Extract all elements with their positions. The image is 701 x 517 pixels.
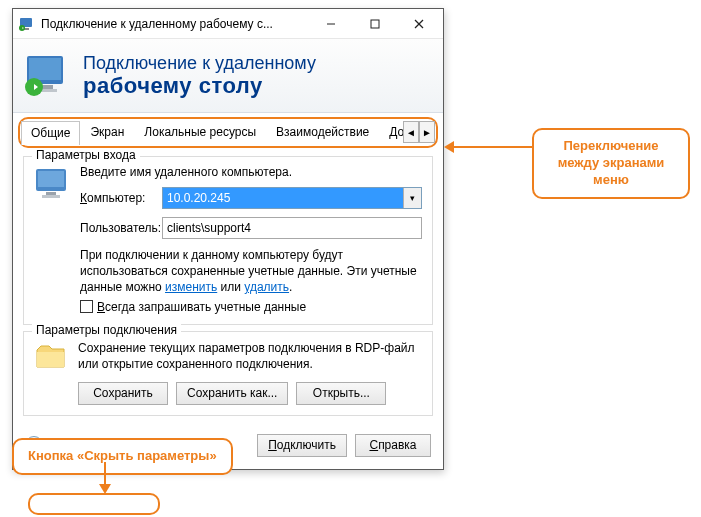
always-ask-label: Всегда запрашивать учетные данные [97,300,306,314]
always-ask-checkbox[interactable] [80,300,93,313]
hide-options-highlight [28,493,160,515]
connection-group: Параметры подключения Сохранение текущих… [23,331,433,416]
titlebar-buttons [309,10,441,38]
login-intro: Введите имя удаленного компьютера. [80,165,422,179]
connection-group-title: Параметры подключения [32,323,181,337]
svg-rect-14 [46,192,56,195]
header-text: Подключение к удаленному рабочему столу [83,53,316,99]
window-title: Подключение к удаленному рабочему с... [41,17,309,31]
monitor-icon [34,165,72,203]
minimize-button[interactable] [309,10,353,38]
arrow-tabs-head [444,141,454,153]
client-area: Параметры входа Введите имя удаленного к… [13,148,443,424]
help-button[interactable]: Справка [355,434,431,457]
header: Подключение к удаленному рабочему столу [13,39,443,113]
tab-scroll: ◄ ► [403,120,435,145]
callout-tabs-switch: Переключение между экранами меню [532,128,690,199]
save-as-button[interactable]: Сохранить как... [176,382,288,405]
tab-experience[interactable]: Взаимодействие [266,120,379,145]
user-label: Пользователь: [80,221,162,235]
computer-dropdown-icon[interactable]: ▾ [403,188,421,208]
maximize-button[interactable] [353,10,397,38]
credentials-note: При подключении к данному компьютеру буд… [80,247,422,296]
tab-scroll-right[interactable]: ► [419,121,435,143]
tab-display[interactable]: Экран [80,120,134,145]
connection-desc: Сохранение текущих параметров подключени… [78,340,422,372]
rdp-header-icon [23,52,71,100]
login-group-title: Параметры входа [32,148,140,162]
svg-rect-8 [29,58,61,80]
computer-input[interactable] [163,188,403,208]
callout-hide-button: Кнопка «Скрыть параметры» [12,438,233,475]
connect-button[interactable]: Подключить [257,434,347,457]
close-button[interactable] [397,10,441,38]
titlebar: Подключение к удаленному рабочему с... [13,9,443,39]
delete-credentials-link[interactable]: удалить [244,280,289,294]
svg-point-2 [19,25,25,31]
header-line1: Подключение к удаленному [83,53,316,74]
svg-rect-15 [42,195,60,198]
open-button[interactable]: Открыть... [296,382,386,405]
computer-combo[interactable]: ▾ [162,187,422,209]
tab-scroll-left[interactable]: ◄ [403,121,419,143]
arrow-tabs-line [450,146,532,148]
tabs: Общие Экран Локальные ресурсы Взаимодейс… [21,120,403,145]
header-line2: рабочему столу [83,73,316,98]
tabs-highlight: Общие Экран Локальные ресурсы Взаимодейс… [18,117,438,148]
folder-icon [34,340,68,374]
arrow-hide-line [104,462,106,486]
user-input[interactable] [162,217,422,239]
tab-advanced[interactable]: Дополни [379,120,403,145]
always-ask-row: Всегда запрашивать учетные данные [80,300,422,314]
computer-label: Компьютер: [80,191,162,205]
login-group: Параметры входа Введите имя удаленного к… [23,156,433,325]
change-credentials-link[interactable]: изменить [165,280,217,294]
tab-local-resources[interactable]: Локальные ресурсы [134,120,266,145]
rdp-window: Подключение к удаленному рабочему с... П… [12,8,444,470]
svg-rect-4 [371,20,379,28]
app-icon [19,16,35,32]
svg-rect-13 [38,171,64,187]
save-button[interactable]: Сохранить [78,382,168,405]
tab-general[interactable]: Общие [21,121,80,145]
